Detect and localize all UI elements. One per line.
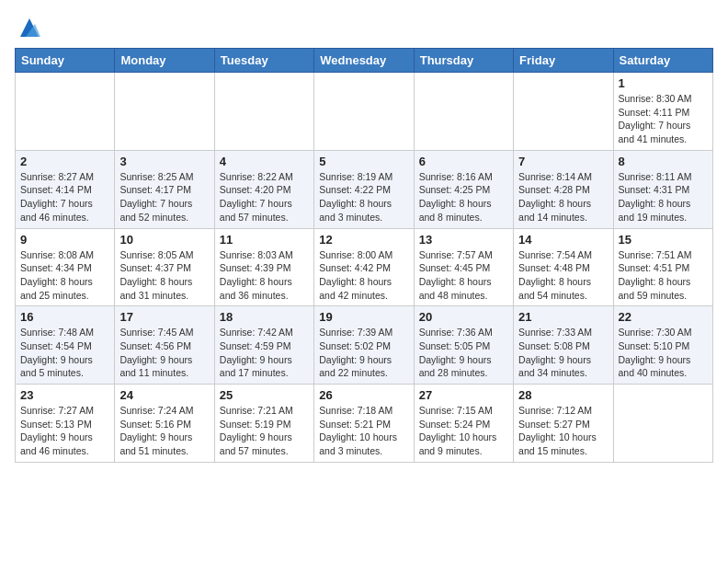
day-info: Sunrise: 7:51 AM Sunset: 4:51 PM Dayligh… <box>619 248 708 303</box>
calendar-cell: 24Sunrise: 7:24 AM Sunset: 5:16 PM Dayli… <box>115 385 214 463</box>
day-number: 12 <box>319 233 408 247</box>
day-info: Sunrise: 8:25 AM Sunset: 4:17 PM Dayligh… <box>119 170 209 224</box>
calendar-header-sunday: Sunday <box>16 49 115 73</box>
calendar-cell: 7Sunrise: 8:14 AM Sunset: 4:28 PM Daylig… <box>514 150 613 228</box>
calendar-cell: 21Sunrise: 7:33 AM Sunset: 5:08 PM Dayli… <box>514 306 613 385</box>
calendar-table: SundayMondayTuesdayWednesdayThursdayFrid… <box>15 48 713 463</box>
calendar-cell <box>314 73 414 151</box>
logo <box>15 15 42 40</box>
day-info: Sunrise: 7:39 AM Sunset: 5:02 PM Dayligh… <box>319 326 408 380</box>
day-info: Sunrise: 7:18 AM Sunset: 5:21 PM Dayligh… <box>319 404 408 458</box>
day-number: 14 <box>518 233 608 247</box>
calendar-cell: 16Sunrise: 7:48 AM Sunset: 4:54 PM Dayli… <box>16 306 115 385</box>
calendar-cell: 17Sunrise: 7:45 AM Sunset: 4:56 PM Dayli… <box>115 306 214 385</box>
day-number: 8 <box>619 155 708 168</box>
calendar-cell: 28Sunrise: 7:12 AM Sunset: 5:27 PM Dayli… <box>514 385 613 463</box>
calendar-header-thursday: Thursday <box>414 49 513 73</box>
day-number: 11 <box>220 233 309 247</box>
day-number: 10 <box>119 233 209 247</box>
day-number: 28 <box>518 388 608 402</box>
calendar-cell: 9Sunrise: 8:08 AM Sunset: 4:34 PM Daylig… <box>16 228 115 306</box>
day-info: Sunrise: 7:48 AM Sunset: 4:54 PM Dayligh… <box>20 326 109 380</box>
day-info: Sunrise: 7:45 AM Sunset: 4:56 PM Dayligh… <box>119 326 209 380</box>
calendar-cell: 2Sunrise: 8:27 AM Sunset: 4:14 PM Daylig… <box>16 150 115 228</box>
day-number: 17 <box>119 310 209 324</box>
day-number: 15 <box>619 233 708 247</box>
calendar-cell: 10Sunrise: 8:05 AM Sunset: 4:37 PM Dayli… <box>115 228 214 306</box>
day-number: 3 <box>119 155 209 168</box>
calendar-cell: 26Sunrise: 7:18 AM Sunset: 5:21 PM Dayli… <box>314 385 414 463</box>
calendar-header-tuesday: Tuesday <box>214 49 313 73</box>
calendar-cell: 15Sunrise: 7:51 AM Sunset: 4:51 PM Dayli… <box>613 228 712 306</box>
day-number: 18 <box>220 310 309 324</box>
day-number: 16 <box>20 310 109 324</box>
day-number: 27 <box>419 388 508 402</box>
day-info: Sunrise: 8:27 AM Sunset: 4:14 PM Dayligh… <box>20 170 109 224</box>
day-number: 9 <box>20 233 109 247</box>
day-info: Sunrise: 8:16 AM Sunset: 4:25 PM Dayligh… <box>419 170 508 224</box>
calendar-header-saturday: Saturday <box>613 49 712 73</box>
calendar-cell <box>414 73 513 151</box>
calendar-cell: 18Sunrise: 7:42 AM Sunset: 4:59 PM Dayli… <box>214 306 313 385</box>
day-number: 1 <box>619 76 708 90</box>
calendar-cell: 1Sunrise: 8:30 AM Sunset: 4:11 PM Daylig… <box>613 73 712 151</box>
day-info: Sunrise: 8:00 AM Sunset: 4:42 PM Dayligh… <box>319 248 408 303</box>
calendar-cell: 6Sunrise: 8:16 AM Sunset: 4:25 PM Daylig… <box>414 150 513 228</box>
day-info: Sunrise: 8:30 AM Sunset: 4:11 PM Dayligh… <box>619 92 708 146</box>
day-number: 21 <box>518 310 608 324</box>
day-number: 4 <box>220 155 309 168</box>
day-number: 25 <box>220 388 309 402</box>
calendar-cell: 23Sunrise: 7:27 AM Sunset: 5:13 PM Dayli… <box>16 385 115 463</box>
day-number: 19 <box>319 310 408 324</box>
day-number: 2 <box>20 155 109 168</box>
calendar-header-monday: Monday <box>115 49 214 73</box>
calendar-cell <box>214 73 313 151</box>
calendar-cell: 3Sunrise: 8:25 AM Sunset: 4:17 PM Daylig… <box>115 150 214 228</box>
day-info: Sunrise: 7:54 AM Sunset: 4:48 PM Dayligh… <box>518 248 608 303</box>
logo-icon <box>17 15 42 40</box>
day-info: Sunrise: 8:14 AM Sunset: 4:28 PM Dayligh… <box>518 170 608 224</box>
day-info: Sunrise: 7:42 AM Sunset: 4:59 PM Dayligh… <box>220 326 309 380</box>
calendar-cell <box>16 73 115 151</box>
calendar-cell: 22Sunrise: 7:30 AM Sunset: 5:10 PM Dayli… <box>613 306 712 385</box>
day-info: Sunrise: 7:30 AM Sunset: 5:10 PM Dayligh… <box>619 326 708 380</box>
calendar-cell: 27Sunrise: 7:15 AM Sunset: 5:24 PM Dayli… <box>414 385 513 463</box>
calendar-cell: 25Sunrise: 7:21 AM Sunset: 5:19 PM Dayli… <box>214 385 313 463</box>
day-number: 7 <box>518 155 608 168</box>
calendar-cell: 19Sunrise: 7:39 AM Sunset: 5:02 PM Dayli… <box>314 306 414 385</box>
day-info: Sunrise: 8:05 AM Sunset: 4:37 PM Dayligh… <box>119 248 209 303</box>
calendar-cell <box>613 385 712 463</box>
day-info: Sunrise: 7:15 AM Sunset: 5:24 PM Dayligh… <box>419 404 508 458</box>
calendar-cell: 4Sunrise: 8:22 AM Sunset: 4:20 PM Daylig… <box>214 150 313 228</box>
day-number: 22 <box>619 310 708 324</box>
calendar-cell: 8Sunrise: 8:11 AM Sunset: 4:31 PM Daylig… <box>613 150 712 228</box>
day-number: 20 <box>419 310 508 324</box>
day-number: 5 <box>319 155 408 168</box>
calendar-header-wednesday: Wednesday <box>314 49 414 73</box>
day-number: 23 <box>20 388 109 402</box>
page-header <box>15 15 713 40</box>
calendar-header-friday: Friday <box>514 49 613 73</box>
day-info: Sunrise: 7:33 AM Sunset: 5:08 PM Dayligh… <box>518 326 608 380</box>
day-number: 26 <box>319 388 408 402</box>
day-info: Sunrise: 8:19 AM Sunset: 4:22 PM Dayligh… <box>319 170 408 224</box>
calendar-cell: 5Sunrise: 8:19 AM Sunset: 4:22 PM Daylig… <box>314 150 414 228</box>
calendar-cell: 13Sunrise: 7:57 AM Sunset: 4:45 PM Dayli… <box>414 228 513 306</box>
day-info: Sunrise: 7:36 AM Sunset: 5:05 PM Dayligh… <box>419 326 508 380</box>
day-number: 24 <box>119 388 209 402</box>
day-info: Sunrise: 8:08 AM Sunset: 4:34 PM Dayligh… <box>20 248 109 303</box>
calendar-cell <box>514 73 613 151</box>
calendar-cell: 11Sunrise: 8:03 AM Sunset: 4:39 PM Dayli… <box>214 228 313 306</box>
day-number: 6 <box>419 155 508 168</box>
calendar-cell: 14Sunrise: 7:54 AM Sunset: 4:48 PM Dayli… <box>514 228 613 306</box>
calendar-cell: 20Sunrise: 7:36 AM Sunset: 5:05 PM Dayli… <box>414 306 513 385</box>
day-info: Sunrise: 7:57 AM Sunset: 4:45 PM Dayligh… <box>419 248 508 303</box>
calendar-cell: 12Sunrise: 8:00 AM Sunset: 4:42 PM Dayli… <box>314 228 414 306</box>
day-info: Sunrise: 7:21 AM Sunset: 5:19 PM Dayligh… <box>220 404 309 458</box>
day-number: 13 <box>419 233 508 247</box>
day-info: Sunrise: 7:12 AM Sunset: 5:27 PM Dayligh… <box>518 404 608 458</box>
day-info: Sunrise: 8:11 AM Sunset: 4:31 PM Dayligh… <box>619 170 708 224</box>
day-info: Sunrise: 7:24 AM Sunset: 5:16 PM Dayligh… <box>119 404 209 458</box>
day-info: Sunrise: 8:03 AM Sunset: 4:39 PM Dayligh… <box>220 248 309 303</box>
day-info: Sunrise: 8:22 AM Sunset: 4:20 PM Dayligh… <box>220 170 309 224</box>
